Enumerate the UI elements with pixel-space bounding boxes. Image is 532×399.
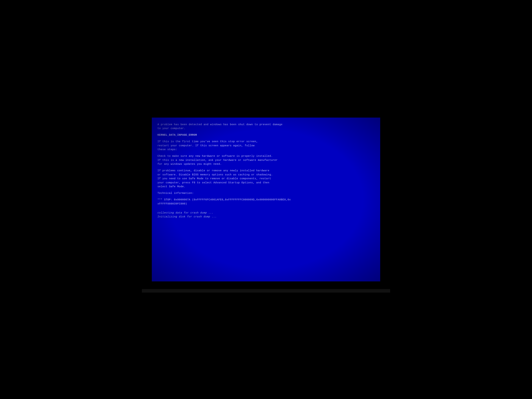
spacer-8 xyxy=(158,208,374,211)
intro-line2: to your computer. xyxy=(158,127,374,130)
problems-p5: select Safe Mode. xyxy=(158,185,374,189)
first-time-p1: If this is the first time you've seen th… xyxy=(158,139,374,144)
problems-p4: your computer, press F8 to select Advanc… xyxy=(158,181,374,185)
spacer-6 xyxy=(158,195,374,198)
tech-info: Technical information: xyxy=(158,191,374,195)
initializing-line: Initializing disk for crash dump ... xyxy=(158,215,374,219)
first-time-p3: these steps: xyxy=(158,147,374,152)
bsod-screen: A problem has been detected and windows … xyxy=(152,118,380,281)
error-code: KERNEL_DATA_INPAGE_ERROR xyxy=(158,133,374,137)
check-p1: Check to make sure any new hardware or s… xyxy=(158,154,374,158)
spacer-7 xyxy=(158,206,374,208)
problems-p1: If problems continue, disable or remove … xyxy=(158,169,374,172)
check-p3: for any windows updates you might need. xyxy=(158,162,374,166)
spacer-3 xyxy=(158,152,374,154)
problems-p3: If you need to use Safe Mode to remove o… xyxy=(158,177,374,181)
bottom-bar xyxy=(142,289,390,293)
spacer-1 xyxy=(158,131,374,133)
intro-line1: A problem has been detected and windows … xyxy=(158,122,374,127)
stop-line1: *** STOP: 0x0000007A (0xFFFFF6FC4001AFE0… xyxy=(158,198,374,202)
stop-line2: xFFFFF880039FC000) xyxy=(158,202,374,206)
screen-wrapper: A problem has been detected and windows … xyxy=(142,106,390,293)
spacer-2 xyxy=(158,137,374,140)
spacer-4 xyxy=(158,166,374,169)
spacer-5 xyxy=(158,189,374,191)
problems-p2: or software. Disable BIOS memory options… xyxy=(158,173,374,177)
check-p2: If this is a new installation, ask your … xyxy=(158,158,374,162)
collecting-line: collecting data for crash dump ... xyxy=(158,211,374,215)
first-time-p2: restart your computer. If this screen ap… xyxy=(158,144,374,147)
bsod-content: A problem has been detected and windows … xyxy=(158,122,374,219)
top-bar xyxy=(142,106,390,111)
